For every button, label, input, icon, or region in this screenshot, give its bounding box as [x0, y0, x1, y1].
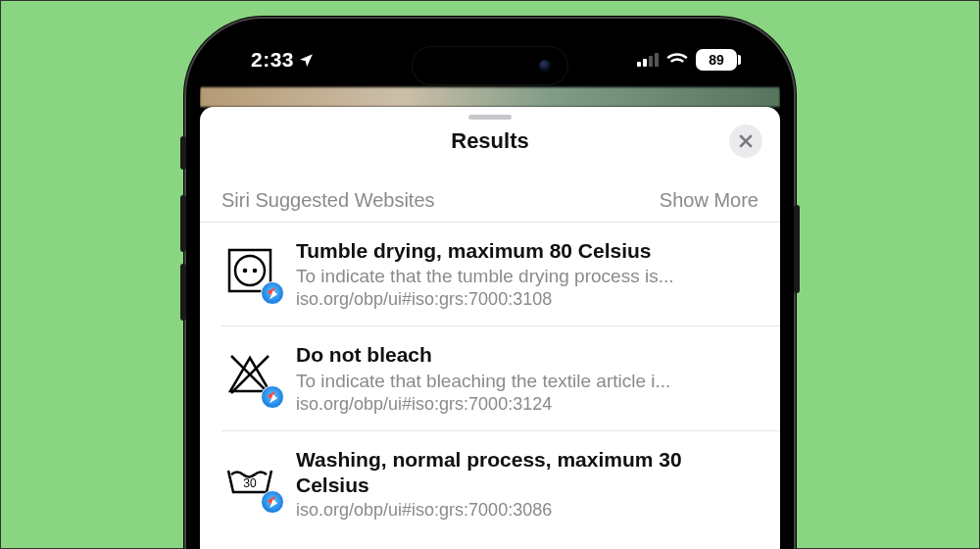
battery-indicator: 89 — [696, 49, 737, 71]
safari-badge-icon — [261, 281, 284, 305]
svg-point-1 — [235, 256, 265, 285]
result-texts: Washing, normal process, maximum 30 Cels… — [296, 447, 759, 522]
close-icon — [739, 134, 753, 148]
cellular-icon — [637, 53, 659, 67]
phone-frame: 2:33 89 — [186, 19, 794, 549]
battery-level: 89 — [709, 52, 724, 68]
phone-side-button — [180, 136, 186, 170]
results-list: Tumble drying, maximum 80 Celsius To ind… — [200, 223, 780, 536]
result-url: iso.org/obp/ui#iso:grs:7000:3124 — [296, 394, 759, 415]
result-icon-wrap: 30 — [221, 451, 278, 508]
result-title: Washing, normal process, maximum 30 Cels… — [296, 447, 759, 499]
dynamic-island — [412, 46, 568, 85]
stage: 2:33 89 — [0, 0, 980, 549]
result-icon-wrap — [221, 346, 278, 403]
result-row[interactable]: Do not bleach To indicate that bleaching… — [221, 326, 780, 430]
safari-badge-icon — [261, 490, 284, 514]
sheet-header: Results — [200, 107, 780, 166]
results-sheet: Results Siri Suggested Websites Show Mor… — [200, 107, 780, 549]
result-subtitle: To indicate that bleaching the textile a… — [296, 371, 759, 392]
result-icon-wrap — [221, 242, 278, 299]
svg-point-2 — [243, 269, 248, 274]
section-label: Siri Suggested Websites — [221, 189, 435, 212]
phone-screen: 2:33 89 — [200, 32, 780, 549]
phone-volume-up — [180, 195, 186, 252]
result-row[interactable]: 30 Washing, normal process, maximum 30 C… — [221, 431, 780, 537]
result-title: Tumble drying, maximum 80 Celsius — [296, 238, 759, 264]
status-time: 2:33 — [251, 48, 294, 72]
result-texts: Do not bleach To indicate that bleaching… — [296, 342, 759, 414]
svg-point-3 — [253, 269, 258, 274]
result-row[interactable]: Tumble drying, maximum 80 Celsius To ind… — [221, 223, 780, 326]
result-texts: Tumble drying, maximum 80 Celsius To ind… — [296, 238, 759, 310]
result-url: iso.org/obp/ui#iso:grs:7000:3086 — [296, 500, 759, 521]
result-url: iso.org/obp/ui#iso:grs:7000:3108 — [296, 289, 759, 310]
svg-text:30: 30 — [243, 476, 257, 490]
location-icon — [298, 52, 315, 69]
result-subtitle: To indicate that the tumble drying proce… — [296, 266, 759, 287]
phone-volume-down — [180, 264, 186, 321]
show-more-button[interactable]: Show More — [660, 189, 759, 212]
wifi-icon — [666, 52, 688, 68]
result-title: Do not bleach — [296, 342, 759, 368]
sheet-title: Results — [451, 128, 528, 154]
section-header: Siri Suggested Websites Show More — [200, 166, 780, 223]
safari-badge-icon — [261, 385, 284, 409]
close-button[interactable] — [729, 125, 762, 158]
phone-power-button — [794, 205, 800, 293]
background-photo-peek — [200, 87, 780, 107]
